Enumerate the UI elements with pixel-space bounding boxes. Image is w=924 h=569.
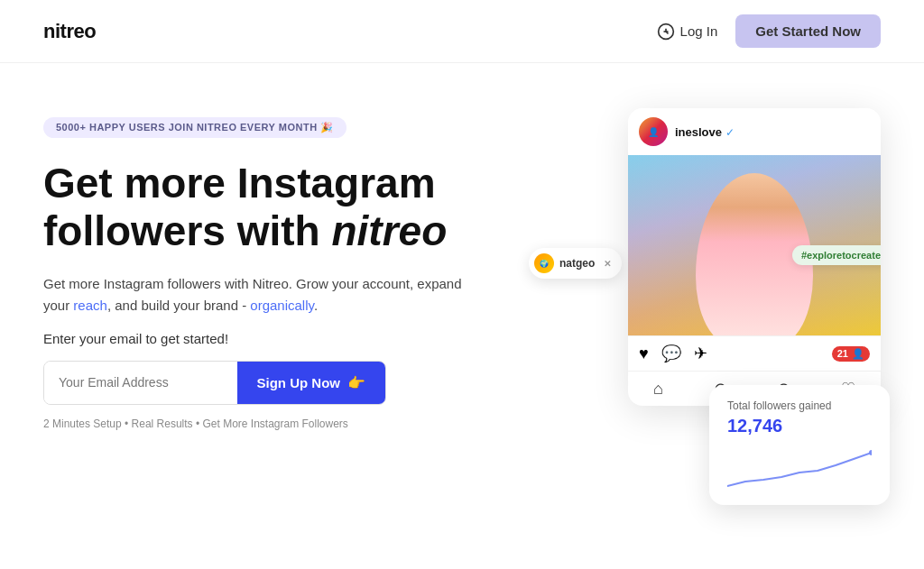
person-icon: 👤 (852, 348, 864, 360)
navbar: nitreo Log In Get Started Now (0, 0, 924, 63)
followers-card: Total followers gained 12,746 (709, 385, 890, 505)
get-started-button[interactable]: Get Started Now (735, 14, 881, 48)
verified-badge: ✓ (725, 126, 735, 139)
hashtag-bubble: #exploretocreate (792, 245, 881, 265)
instagram-avatar: 👤 (639, 117, 668, 146)
nav-actions: Log In Get Started Now (657, 14, 881, 48)
share-icon[interactable]: ✈ (694, 344, 707, 363)
instagram-photo: #exploretocreate (628, 155, 881, 335)
comment-icon[interactable]: 💬 (661, 344, 681, 363)
close-icon: ✕ (604, 259, 611, 269)
instagram-user-info: ineslove ✓ (675, 124, 735, 140)
chart-svg (727, 445, 872, 491)
hero-section: 5000+ HAPPY USERS JOIN NITREO EVERY MONT… (0, 63, 924, 569)
logo: nitreo (43, 20, 96, 43)
users-badge: 5000+ HAPPY USERS JOIN NITREO EVERY MONT… (43, 117, 346, 138)
hero-content: 5000+ HAPPY USERS JOIN NITREO EVERY MONT… (43, 108, 476, 430)
hero-illustration: 🌍 natgeo ✕ 👤 ineslove ✓ #exploretocreate… (493, 108, 881, 541)
signup-button[interactable]: Sign Up Now 👉 (237, 362, 386, 404)
login-button[interactable]: Log In (657, 23, 718, 41)
natgeo-tag: 🌍 natgeo ✕ (529, 248, 622, 279)
svg-point-1 (869, 450, 872, 455)
signup-emoji: 👉 (347, 374, 365, 391)
cta-label: Enter your email to get started! (43, 331, 476, 346)
home-icon[interactable]: ⌂ (653, 380, 663, 399)
email-form: Sign Up Now 👉 (43, 361, 386, 405)
instagram-actions: ♥ 💬 ✈ 21 👤 (628, 335, 881, 371)
email-input[interactable] (44, 362, 237, 404)
notification-badge: 21 👤 (832, 346, 870, 362)
reach-link[interactable]: reach (73, 298, 107, 313)
instagram-header: 👤 ineslove ✓ (628, 108, 881, 155)
hero-title: Get more Instagram followers with nitreo (43, 160, 476, 255)
followers-chart (727, 445, 872, 491)
like-icon[interactable]: ♥ (639, 344, 649, 363)
organically-link[interactable]: organically (250, 298, 314, 313)
trust-text: 2 Minutes Setup • Real Results • Get Mor… (43, 418, 476, 430)
login-icon (657, 23, 675, 41)
natgeo-avatar: 🌍 (534, 253, 554, 273)
hero-description: Get more Instagram followers with Nitreo… (43, 273, 476, 317)
instagram-card: 👤 ineslove ✓ #exploretocreate ♥ 💬 ✈ 21 👤 (628, 108, 881, 406)
